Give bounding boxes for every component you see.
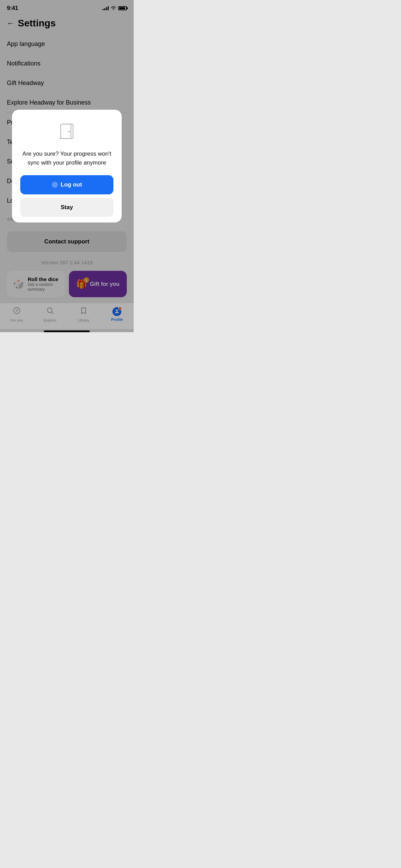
spinner-icon	[52, 182, 58, 188]
stay-button[interactable]: Stay	[20, 198, 113, 217]
modal-message: Are you sure? Your progress won't sync w…	[20, 149, 113, 167]
svg-point-6	[69, 131, 70, 133]
logout-button[interactable]: Log out	[20, 175, 113, 194]
modal-overlay: Are you sure? Your progress won't sync w…	[0, 0, 134, 332]
logout-label: Log out	[61, 181, 82, 188]
logout-modal: Are you sure? Your progress won't sync w…	[12, 110, 122, 222]
door-icon	[57, 121, 77, 143]
